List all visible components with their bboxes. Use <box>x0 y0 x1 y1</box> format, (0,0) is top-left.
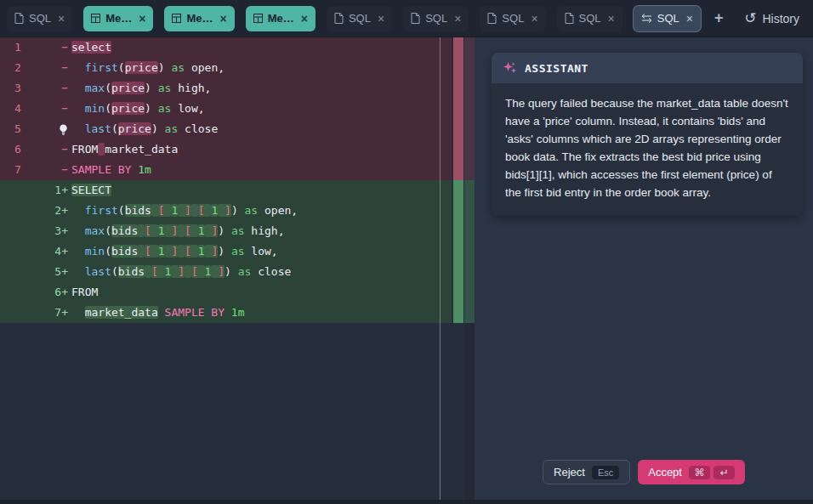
assistant-message: The query failed because the market_data… <box>492 83 803 216</box>
gutter: 1− <box>0 37 71 58</box>
accept-shortcut-key: ⌘ <box>689 466 710 479</box>
editor-scrollbar[interactable] <box>464 37 475 504</box>
code-text: max(price) as high, <box>71 78 452 99</box>
sparkle-icon <box>503 61 517 76</box>
history-icon: ↺ <box>744 11 756 25</box>
code-line-deleted[interactable]: 1−select <box>0 37 452 58</box>
close-icon[interactable]: × <box>220 12 227 25</box>
tab-me[interactable]: Me…× <box>164 6 234 31</box>
gutter: 4− <box>0 99 71 119</box>
code-line-added[interactable]: 2+ first(bids [ 1 ] [ 1 ]) as open, <box>0 201 452 221</box>
add-tab-button[interactable]: + <box>714 9 724 27</box>
code-text: SELECT <box>71 180 452 201</box>
code-line-deleted[interactable]: 3− max(price) as high, <box>0 78 452 99</box>
code-line-added[interactable]: 7+ market_data SAMPLE BY 1m <box>0 303 452 323</box>
close-icon[interactable]: × <box>531 12 537 25</box>
tab-label: Me… <box>186 12 213 25</box>
code-text: SAMPLE BY 1m <box>71 160 452 180</box>
line-number <box>0 201 32 221</box>
accept-shortcut-badges: ⌘↵ <box>689 466 735 479</box>
main-area: 1−select2− first(price) as open,3− max(p… <box>0 37 813 504</box>
tab-sql[interactable]: SQL× <box>403 6 469 31</box>
overview-added-segment <box>453 180 463 323</box>
line-number: 5 <box>0 119 32 139</box>
tab-label: SQL <box>349 12 371 25</box>
code-text: market_data SAMPLE BY 1m <box>71 303 452 323</box>
accept-label: Accept <box>648 466 682 479</box>
close-icon[interactable]: × <box>301 12 308 25</box>
close-icon[interactable]: × <box>686 12 693 25</box>
code-line-deleted[interactable]: 7−SAMPLE BY 1m <box>0 160 452 180</box>
code-text: last(price) as close <box>71 119 452 139</box>
code-text: FROM market_data <box>71 139 452 160</box>
file-icon <box>487 13 497 24</box>
diff-marker: 2+ <box>32 201 71 221</box>
close-icon[interactable]: × <box>58 12 65 25</box>
gutter: 5+ <box>0 262 71 282</box>
gutter: 5 <box>0 119 71 139</box>
tab-label: SQL <box>425 12 447 25</box>
code-line-added[interactable]: 4+ min(bids [ 1 ] [ 1 ]) as low, <box>0 241 452 262</box>
close-icon[interactable]: × <box>608 12 615 25</box>
gutter: 2− <box>0 58 71 78</box>
diff-marker: 6+ <box>32 282 71 303</box>
file-icon <box>334 13 344 24</box>
history-button[interactable]: ↺ History <box>744 11 799 25</box>
close-icon[interactable]: × <box>139 12 145 25</box>
close-icon[interactable]: × <box>454 12 461 25</box>
tab-me[interactable]: Me…× <box>83 6 153 31</box>
line-number: 2 <box>0 58 32 78</box>
reject-label: Reject <box>554 466 585 479</box>
diff-marker: − <box>32 99 71 119</box>
diff-marker: − <box>32 160 71 180</box>
scrollbar-removed-decoration <box>464 37 475 180</box>
tab-sql[interactable]: SQL× <box>480 6 545 31</box>
code-line-deleted[interactable]: 5 last(price) as close <box>0 119 452 139</box>
line-number: 6 <box>0 139 32 160</box>
lightbulb-icon[interactable] <box>32 119 71 139</box>
code-line-deleted[interactable]: 4− min(price) as low, <box>0 99 452 119</box>
tab-label: SQL <box>579 12 601 25</box>
tab-sql-active[interactable]: SQL× <box>634 6 701 31</box>
code-text: first(bids [ 1 ] [ 1 ]) as open, <box>71 201 452 221</box>
assistant-card: ASSISTANT The query failed because the m… <box>492 53 803 216</box>
reject-button[interactable]: Reject Esc <box>543 460 630 484</box>
gutter: 6− <box>0 139 71 160</box>
compare-icon <box>641 14 652 23</box>
table-icon <box>253 14 263 23</box>
gutter: 1+ <box>0 180 71 201</box>
code-line-deleted[interactable]: 6−FROM market_data <box>0 139 452 160</box>
code-line-added[interactable]: 5+ last(bids [ 1 ] [ 1 ]) as close <box>0 262 452 282</box>
code-line-deleted[interactable]: 2− first(price) as open, <box>0 58 452 78</box>
line-number: 7 <box>0 160 32 180</box>
line-number <box>0 282 32 303</box>
diff-marker: 5+ <box>32 262 71 282</box>
tab-me[interactable]: Me…× <box>246 6 316 31</box>
diff-marker: − <box>32 139 71 160</box>
code-line-added[interactable]: 3+ max(bids [ 1 ] [ 1 ]) as high, <box>0 221 452 241</box>
code-line-added[interactable]: 1+SELECT <box>0 180 452 201</box>
diff-marker: − <box>32 37 71 58</box>
diff-actions: Reject Esc Accept ⌘↵ <box>475 460 813 484</box>
accept-button[interactable]: Accept ⌘↵ <box>638 460 745 484</box>
tab-bar: SQL×Me…×Me…×Me…×SQL×SQL×SQL×SQL×SQL× + ↺… <box>0 0 813 37</box>
assistant-title: ASSISTANT <box>525 62 588 75</box>
gutter: 7− <box>0 160 71 180</box>
tab-sql[interactable]: SQL× <box>7 6 72 31</box>
line-number: 1 <box>0 37 32 58</box>
sql-diff-editor[interactable]: 1−select2− first(price) as open,3− max(p… <box>0 37 475 504</box>
close-icon[interactable]: × <box>378 12 384 25</box>
diff-overview-ruler <box>452 37 464 504</box>
app-window: SQL×Me…×Me…×Me…×SQL×SQL×SQL×SQL×SQL× + ↺… <box>0 0 813 504</box>
code-text: FROM <box>71 282 452 303</box>
tab-label: Me… <box>105 12 132 25</box>
tab-sql[interactable]: SQL× <box>557 6 623 31</box>
tab-label: SQL <box>502 12 524 25</box>
line-number <box>0 262 32 282</box>
code-line-added[interactable]: 6+FROM <box>0 282 452 303</box>
tab-sql[interactable]: SQL× <box>327 6 392 31</box>
diff-marker: 7+ <box>32 303 71 323</box>
diff-marker: − <box>32 58 71 78</box>
diff-marker: 1+ <box>32 180 71 201</box>
gutter: 3+ <box>0 221 71 241</box>
